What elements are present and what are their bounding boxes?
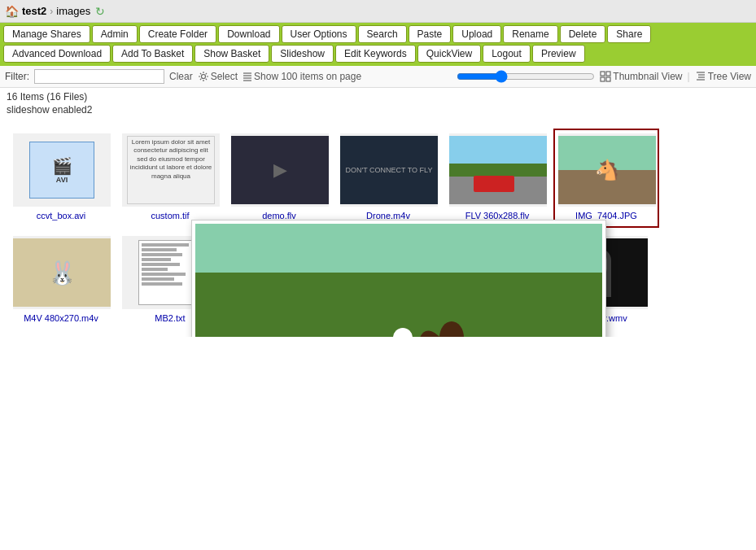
- flv2-thumb: [449, 136, 547, 204]
- folder-name: images: [56, 5, 90, 17]
- zoom-slider[interactable]: [457, 70, 595, 83]
- list-item[interactable]: DON'T CONNECT TO FLY Drone.m4v: [335, 129, 441, 228]
- download-btn[interactable]: Download: [218, 25, 279, 43]
- file-name-label[interactable]: ccvt_box.avi: [37, 211, 86, 220]
- svg-rect-6: [606, 72, 610, 76]
- title-separator: ›: [50, 6, 53, 17]
- toolbar-row2: Advanced Download Add To Basket Show Bas…: [3, 45, 753, 63]
- svg-rect-14: [195, 273, 602, 337]
- edit-keywords-btn[interactable]: Edit Keywords: [335, 45, 416, 63]
- add-to-basket-btn[interactable]: Add To Basket: [112, 45, 193, 63]
- app-name: test2: [22, 5, 46, 17]
- list-item[interactable]: Lorem ipsum dolor sit amet consectetur a…: [117, 129, 223, 228]
- user-options-btn[interactable]: User Options: [282, 25, 356, 43]
- filter-input[interactable]: [34, 69, 164, 84]
- view-separator: |: [688, 71, 690, 82]
- thumb-image-wrap: ▶: [231, 133, 329, 207]
- settings-icon: [198, 71, 209, 82]
- thumbnail-grid: 🎬 AVI ccvt_box.avi Lorem ipsum dolor sit…: [0, 122, 756, 337]
- share-btn[interactable]: Share: [607, 25, 651, 43]
- filter-show-link[interactable]: Show 100 items on page: [243, 71, 361, 82]
- thumb-image-wrap: DON'T CONNECT TO FLY: [340, 133, 438, 207]
- m4v-thumb: DON'T CONNECT TO FLY: [340, 136, 438, 204]
- create-folder-btn[interactable]: Create Folder: [139, 25, 216, 43]
- svg-rect-8: [606, 77, 610, 81]
- slideshow-btn[interactable]: Slideshow: [271, 45, 334, 63]
- filter-bar: Filter: Clear Select Show 100 items on p…: [0, 66, 756, 88]
- filter-label: Filter:: [5, 71, 29, 82]
- thumb-image-wrap: 🐰: [13, 236, 111, 309]
- admin-btn[interactable]: Admin: [92, 25, 138, 43]
- refresh-icon[interactable]: ↻: [95, 5, 105, 18]
- rename-btn[interactable]: Rename: [503, 25, 557, 43]
- paste-btn[interactable]: Paste: [409, 25, 452, 43]
- thumb-image-wrap: [449, 133, 547, 207]
- list-icon: [243, 72, 252, 81]
- list-item[interactable]: 🎬 AVI ccvt_box.avi: [8, 129, 114, 228]
- home-icon[interactable]: 🏠: [5, 5, 19, 18]
- search-btn[interactable]: Search: [358, 25, 407, 43]
- quickview-btn[interactable]: QuickView: [417, 45, 481, 63]
- avi-file-icon: 🎬 AVI: [29, 142, 94, 199]
- slideshow-status: slideshow enabled2: [7, 104, 749, 116]
- jpg-thumb: 🐴: [558, 136, 656, 204]
- logout-btn[interactable]: Logout: [483, 45, 531, 63]
- preview-popup: 23 19: [191, 220, 606, 337]
- file-name-label[interactable]: custom.tif: [151, 211, 189, 220]
- list-item[interactable]: FLV 360x288.flv: [444, 129, 550, 228]
- tree-view-toggle[interactable]: Tree View: [695, 71, 751, 82]
- thumb-image-wrap: Lorem ipsum dolor sit amet consectetur a…: [122, 133, 220, 207]
- title-bar: 🏠 test2 › images ↻: [0, 0, 756, 23]
- filter-clear-link[interactable]: Clear: [169, 71, 193, 82]
- toolbar-row1: Manage Shares Admin Create Folder Downlo…: [3, 25, 753, 43]
- m4v2-thumb: 🐰: [13, 238, 111, 307]
- item-count: 16 Items (16 Files): [7, 91, 749, 103]
- preview-image: 23 19: [195, 224, 602, 337]
- list-item[interactable]: 🐰 M4V 480x270.m4v: [8, 231, 114, 330]
- manage-shares-btn[interactable]: Manage Shares: [3, 25, 90, 43]
- svg-point-0: [201, 75, 205, 79]
- list-item[interactable]: ▶ demo.flv: [226, 129, 332, 228]
- thumbnail-view-toggle[interactable]: Thumbnail View: [600, 71, 682, 82]
- show-basket-btn[interactable]: Show Basket: [194, 45, 269, 63]
- thumb-image-wrap: 🐴: [558, 133, 656, 207]
- flv-thumb: ▶: [231, 136, 329, 204]
- svg-rect-5: [601, 72, 605, 76]
- delete-btn[interactable]: Delete: [560, 25, 606, 43]
- preview-btn[interactable]: Preview: [532, 45, 585, 63]
- list-item[interactable]: 🐴 IMG_7404.JPG: [553, 129, 659, 228]
- info-bar: 16 Items (16 Files) slideshow enabled2: [0, 88, 756, 116]
- toolbar: Manage Shares Admin Create Folder Downlo…: [0, 23, 756, 66]
- tif-file-icon: Lorem ipsum dolor sit amet consectetur a…: [127, 136, 215, 204]
- file-name-label[interactable]: MB2.txt: [155, 313, 185, 323]
- upload-btn[interactable]: Upload: [452, 25, 501, 43]
- advanced-download-btn[interactable]: Advanced Download: [3, 45, 111, 63]
- file-name-label[interactable]: M4V 480x270.m4v: [24, 313, 98, 323]
- thumb-image-wrap: 🎬 AVI: [13, 133, 111, 207]
- svg-rect-7: [601, 77, 605, 81]
- tree-icon: [695, 71, 706, 82]
- grid-icon: [600, 71, 611, 82]
- filter-select-link[interactable]: Select: [198, 71, 238, 82]
